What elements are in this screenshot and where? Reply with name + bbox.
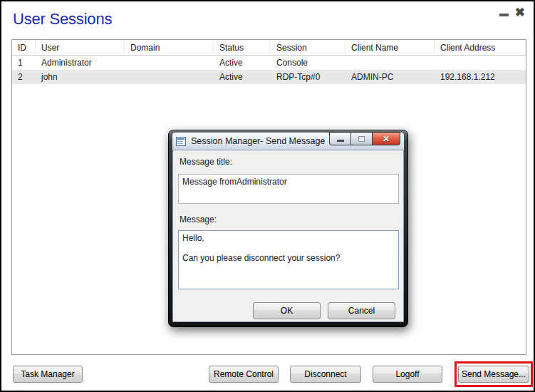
cell-id: 1 [12,58,36,68]
send-message-dialog: Session Manager- Send Message ✕ Message … [168,130,408,327]
cell-status: Active [214,58,271,68]
ok-button[interactable]: OK [253,302,321,319]
task-manager-button[interactable]: Task Manager [13,366,83,383]
logoff-button[interactable]: Logoff [373,366,442,383]
column-header-client-name[interactable]: Client Name [346,40,435,55]
dialog-minimize-button[interactable] [329,132,351,145]
column-header-id[interactable]: ID [12,40,36,55]
cell-user: john [36,72,125,82]
message-title-label: Message title: [180,157,232,167]
message-title-input[interactable]: Message fromAdministrator [178,174,399,204]
page-title: User Sessions [13,10,112,29]
dialog-caption-buttons: ✕ [329,132,400,145]
dialog-close-button[interactable]: ✕ [372,132,400,145]
table-row-selected[interactable]: 2 john Active RDP-Tcp#0 ADMIN-PC 192.168… [12,70,526,84]
column-header-user[interactable]: User [36,40,125,55]
cell-status: Active [214,72,271,82]
cell-session: Console [271,58,346,68]
close-icon: ✕ [383,135,390,143]
minimize-icon[interactable] [499,14,509,16]
cell-id: 2 [12,72,36,82]
column-header-session[interactable]: Session [271,40,346,55]
cell-user: Administrator [36,58,125,68]
column-header-domain[interactable]: Domain [125,40,214,55]
send-message-highlight: Send Message... [455,361,533,387]
close-icon[interactable]: ✖ [515,6,525,20]
disconnect-button[interactable]: Disconnect [290,366,361,383]
window-controls: ✖ [499,6,525,20]
dialog-maximize-button[interactable] [351,132,372,145]
send-message-button[interactable]: Send Message... [458,366,529,383]
message-label: Message: [180,215,217,225]
cell-client-name: ADMIN-PC [346,72,435,82]
maximize-icon [358,136,365,142]
column-header-client-address[interactable]: Client Address [435,40,526,55]
column-header-status[interactable]: Status [214,40,271,55]
dialog-body: Message title: Message fromAdministrator… [172,150,404,322]
cell-client-address: 192.168.1.212 [435,72,526,82]
table-row[interactable]: 1 Administrator Active Console [12,56,526,70]
cancel-button[interactable]: Cancel [328,302,395,319]
minimize-icon [337,140,344,142]
message-body-input[interactable]: Hello, Can you please disconnect your se… [178,230,399,289]
table-header: ID User Domain Status Session Client Nam… [12,40,526,56]
dialog-title: Session Manager- Send Message [191,136,325,146]
cell-session: RDP-Tcp#0 [271,72,346,82]
remote-control-button[interactable]: Remote Control [209,366,279,383]
dialog-app-icon [176,137,186,146]
